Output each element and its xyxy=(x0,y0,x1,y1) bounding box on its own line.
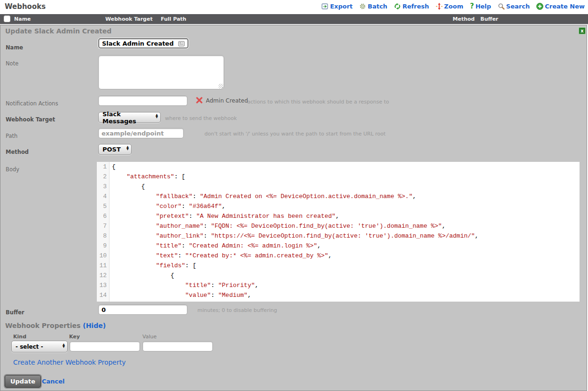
help-label: Help xyxy=(475,3,491,10)
webhook-target-value: Slack Messages xyxy=(102,111,151,125)
select-arrows-icon: ▲▼ xyxy=(63,343,65,348)
update-button[interactable]: Update xyxy=(5,375,41,388)
method-label: Method xyxy=(6,149,29,155)
method-value: POST xyxy=(102,146,121,153)
refresh-icon xyxy=(394,3,401,10)
path-hint: don't start with '/' unless you want the… xyxy=(204,131,385,137)
search-icon xyxy=(498,3,505,10)
select-all-checkbox[interactable] xyxy=(4,16,10,22)
note-label: Note xyxy=(6,60,18,67)
name-label: Name xyxy=(6,44,23,51)
webhook-target-label: Webhook Target xyxy=(6,116,55,123)
notification-actions-label: Notification Actions xyxy=(6,100,58,107)
batch-label: Batch xyxy=(368,3,387,10)
value-column-label: Value xyxy=(142,334,157,340)
batch-icon xyxy=(359,3,366,10)
resize-grip-icon[interactable] xyxy=(219,84,223,88)
column-header-full-path[interactable]: Full Path xyxy=(161,16,186,22)
create-new-icon xyxy=(536,3,543,10)
body-editor-lines: 1{2 "attachments": [3 {4 "fallback": "Ad… xyxy=(97,162,580,300)
create-new-label: Create New xyxy=(545,3,585,10)
cancel-link[interactable]: Cancel xyxy=(42,378,65,385)
zoom-icon xyxy=(436,3,443,10)
buffer-label: Buffer xyxy=(6,309,24,316)
key-column-label: Key xyxy=(69,334,80,340)
help-button[interactable]: ? Help xyxy=(470,2,491,10)
name-input[interactable] xyxy=(98,38,188,48)
batch-button[interactable]: Batch xyxy=(359,3,387,10)
zoom-label: Zoom xyxy=(444,3,463,10)
refresh-button[interactable]: Refresh xyxy=(394,3,429,10)
export-icon xyxy=(321,3,329,10)
export-label: Export xyxy=(330,3,353,10)
note-textarea[interactable] xyxy=(98,55,224,89)
path-input[interactable] xyxy=(98,128,184,138)
column-header-name[interactable]: Name xyxy=(14,16,31,22)
create-another-property-link[interactable]: Create Another Webhook Property xyxy=(13,359,126,366)
top-bar: Webhooks Export Batch Refresh xyxy=(0,0,588,14)
buffer-input[interactable] xyxy=(98,304,188,315)
page-title: Webhooks xyxy=(5,2,46,11)
select-arrows-icon: ▲▼ xyxy=(156,114,158,119)
select-arrows-icon: ▲▼ xyxy=(126,146,129,151)
column-header-buffer[interactable]: Buffer xyxy=(480,16,498,22)
webhook-properties-title: Webhook Properties xyxy=(5,322,80,329)
close-form-button[interactable]: x xyxy=(579,27,586,34)
column-header-webhook-target[interactable]: Webhook Target xyxy=(105,16,153,22)
remove-action-icon[interactable] xyxy=(196,97,203,104)
notification-actions-input[interactable] xyxy=(98,96,188,106)
search-button[interactable]: Search xyxy=(498,3,530,10)
search-label: Search xyxy=(506,3,530,10)
autofill-icon[interactable] xyxy=(178,40,185,47)
body-editor[interactable]: 1{2 "attachments": [3 {4 "fallback": "Ad… xyxy=(97,162,580,302)
notification-actions-hint: actions to which this webhook should be … xyxy=(247,99,389,105)
export-button[interactable]: Export xyxy=(321,3,353,10)
hide-properties-link[interactable]: (Hide) xyxy=(83,322,106,329)
property-key-input[interactable] xyxy=(70,341,140,351)
refresh-label: Refresh xyxy=(402,3,429,10)
toolbar: Export Batch Refresh xyxy=(321,2,585,10)
webhook-properties-heading: Webhook Properties (Hide) xyxy=(5,322,106,329)
path-label: Path xyxy=(6,133,17,139)
create-new-button[interactable]: Create New xyxy=(536,3,585,10)
column-header-method[interactable]: Method xyxy=(453,16,475,22)
property-kind-value: - select - xyxy=(16,343,43,350)
update-webhook-form: Update Slack Admin Created x Name Note N… xyxy=(0,25,587,391)
action-tag: Admin Created xyxy=(206,97,248,104)
property-value-input[interactable] xyxy=(142,341,213,351)
webhook-target-select[interactable]: Slack Messages ▲▼ xyxy=(98,112,161,123)
property-kind-select[interactable]: - select - ▲▼ xyxy=(11,341,68,352)
kind-column-label: Kind xyxy=(13,334,26,340)
webhooks-table-header: Name Webhook Target Full Path Method Buf… xyxy=(0,14,588,24)
help-icon: ? xyxy=(470,2,474,10)
zoom-button[interactable]: Zoom xyxy=(436,3,463,10)
buffer-hint: minutes; 0 to disable buffering xyxy=(197,307,277,313)
webhook-target-hint: where to send the webhook xyxy=(165,115,237,121)
method-select[interactable]: POST ▲▼ xyxy=(98,144,132,155)
body-label: Body xyxy=(6,166,19,173)
form-title: Update Slack Admin Created xyxy=(5,27,111,35)
